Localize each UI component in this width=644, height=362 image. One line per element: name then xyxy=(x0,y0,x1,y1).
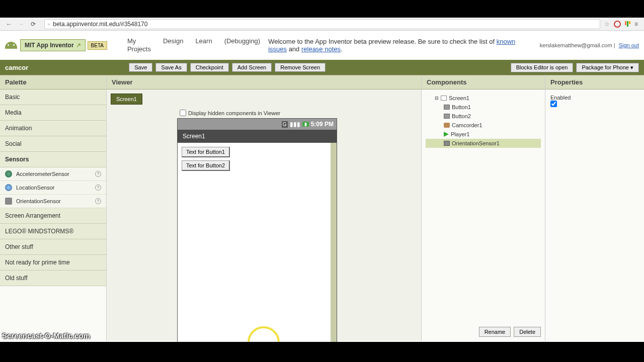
preview-button2[interactable]: Text for Button2 xyxy=(182,160,230,171)
viewer-title: Viewer xyxy=(107,75,421,89)
app-header: MIT App Inventor ↗ BETA My Projects Desi… xyxy=(0,31,644,60)
project-toolbar: camcor Save Save As Checkpoint Add Scree… xyxy=(0,60,644,75)
palette-panel: Palette Basic Media Animation Social Sen… xyxy=(0,75,107,341)
checkpoint-button[interactable]: Checkpoint xyxy=(190,63,229,72)
phone-preview: G ▮▮▮ ▮ 5:09 PM Screen1 Text for Button1… xyxy=(177,118,337,344)
ext-icon-2[interactable] xyxy=(625,21,630,27)
orientation-icon xyxy=(5,198,12,205)
page-icon: ▫ xyxy=(48,21,50,28)
back-button[interactable]: ← xyxy=(4,19,14,29)
components-title: Components xyxy=(422,75,545,89)
release-notes-link[interactable]: release notes xyxy=(301,45,341,53)
user-area: kerslakematthew@gmail.com | Sign out xyxy=(540,42,639,48)
phone-status-bar: G ▮▮▮ ▮ 5:09 PM xyxy=(178,119,337,130)
display-hidden-label: Display hidden components in Viewer xyxy=(188,110,280,116)
player-icon xyxy=(444,132,449,137)
palette-cat-lego[interactable]: LEGO® MINDSTORMS® xyxy=(0,224,106,239)
main-nav: My Projects Design Learn (Debugging) xyxy=(127,37,260,53)
palette-cat-social[interactable]: Social xyxy=(0,136,106,152)
url-text: beta.appinventor.mit.edu/#3548170 xyxy=(53,21,147,28)
ext-icon-1[interactable] xyxy=(614,21,621,28)
nav-learn[interactable]: Learn xyxy=(195,37,212,53)
beta-badge: BETA xyxy=(88,41,107,50)
remove-screen-button[interactable]: Remove Screen xyxy=(275,63,326,72)
help-icon[interactable]: ? xyxy=(95,171,101,177)
package-phone-button[interactable]: Package for Phone ▾ xyxy=(576,63,639,72)
tree-button2[interactable]: Button2 xyxy=(426,112,541,121)
nav-design[interactable]: Design xyxy=(163,37,183,53)
screen-tab[interactable]: Screen1 xyxy=(111,94,142,105)
tree-orientation1[interactable]: OrientationSensor1 xyxy=(426,139,541,148)
url-bar[interactable]: ▫ beta.appinventor.mit.edu/#3548170 xyxy=(44,19,600,29)
palette-cat-media[interactable]: Media xyxy=(0,105,106,121)
add-screen-button[interactable]: Add Screen xyxy=(232,63,272,72)
orientation-icon xyxy=(444,141,450,146)
screen-icon xyxy=(441,96,447,101)
prop-enabled-label: Enabled xyxy=(550,95,639,101)
components-panel: Components ⊟ Screen1 Button1 Button2 xyxy=(422,75,545,341)
reload-button[interactable]: ⟳ xyxy=(28,19,38,29)
palette-cat-animation[interactable]: Animation xyxy=(0,121,106,136)
status-icon: G xyxy=(282,121,288,128)
save-as-button[interactable]: Save As xyxy=(155,63,187,72)
preview-button1[interactable]: Text for Button1 xyxy=(182,147,230,157)
palette-item-accel[interactable]: AccelerometerSensor ? xyxy=(0,167,106,181)
palette-cat-other[interactable]: Other stuff xyxy=(0,239,106,255)
phone-screen-title: Screen1 xyxy=(178,130,337,143)
help-icon[interactable]: ? xyxy=(95,198,101,204)
phone-body[interactable]: Text for Button1 Text for Button2 xyxy=(178,143,337,344)
battery-icon: ▮ xyxy=(302,122,309,127)
nav-debugging[interactable]: (Debugging) xyxy=(224,37,261,53)
palette-cat-screen-arr[interactable]: Screen Arrangement xyxy=(0,208,106,224)
welcome-message: Welcome to the App Inventor beta preview… xyxy=(260,38,540,53)
user-email: kerslakematthew@gmail.com xyxy=(540,42,612,48)
palette-cat-old[interactable]: Old stuff xyxy=(0,270,106,286)
blocks-editor-button[interactable]: Blocks Editor is open xyxy=(511,63,574,72)
menu-icon[interactable]: ≡ xyxy=(634,21,638,28)
palette-item-location[interactable]: LocationSensor ? xyxy=(0,181,106,195)
tree-button1[interactable]: Button1 xyxy=(426,103,541,112)
palette-title: Palette xyxy=(0,75,106,89)
properties-title: Properties xyxy=(545,75,644,89)
display-hidden-checkbox[interactable] xyxy=(180,110,186,116)
sign-out-link[interactable]: Sign out xyxy=(619,42,639,48)
star-icon[interactable]: ☆ xyxy=(604,21,610,28)
delete-button[interactable]: Delete xyxy=(514,327,541,337)
palette-item-orientation[interactable]: OrientationSensor ? xyxy=(0,195,106,208)
tree-player1[interactable]: Player1 xyxy=(426,130,541,139)
location-icon xyxy=(5,184,12,191)
save-button[interactable]: Save xyxy=(129,63,152,72)
logo[interactable]: MIT App Inventor ↗ BETA xyxy=(5,39,107,51)
palette-cat-not-ready[interactable]: Not ready for prime time xyxy=(0,255,106,270)
palette-cat-sensors[interactable]: Sensors xyxy=(0,152,106,167)
forward-button[interactable]: → xyxy=(16,19,26,29)
project-name: camcor xyxy=(5,64,28,71)
tree-camcorder1[interactable]: Camcorder1 xyxy=(426,121,541,130)
palette-cat-basic[interactable]: Basic xyxy=(0,89,106,105)
button-icon xyxy=(444,105,450,110)
prop-enabled-checkbox[interactable] xyxy=(550,101,557,107)
tree-screen1[interactable]: ⊟ Screen1 xyxy=(426,94,541,103)
help-icon[interactable]: ? xyxy=(95,185,101,191)
android-icon xyxy=(5,42,17,49)
expand-icon[interactable]: ⊟ xyxy=(435,96,439,101)
nav-my-projects[interactable]: My Projects xyxy=(127,37,151,53)
components-tree: ⊟ Screen1 Button1 Button2 Camcorder1 xyxy=(422,89,545,323)
logo-text: MIT App Inventor xyxy=(25,42,74,49)
properties-panel: Properties Enabled xyxy=(545,75,644,341)
rename-button[interactable]: Rename xyxy=(479,327,511,337)
accel-icon xyxy=(5,170,12,177)
button-icon xyxy=(444,114,450,119)
phone-time: 5:09 PM xyxy=(311,121,334,128)
viewer-panel: Viewer Screen1 Display hidden components… xyxy=(107,75,422,341)
camcorder-icon xyxy=(444,123,450,128)
signal-icon: ▮▮▮ xyxy=(290,121,300,128)
browser-toolbar: ← → ⟳ ▫ beta.appinventor.mit.edu/#354817… xyxy=(0,18,644,31)
watermark: Screencast-O-Matic.com xyxy=(2,331,90,340)
